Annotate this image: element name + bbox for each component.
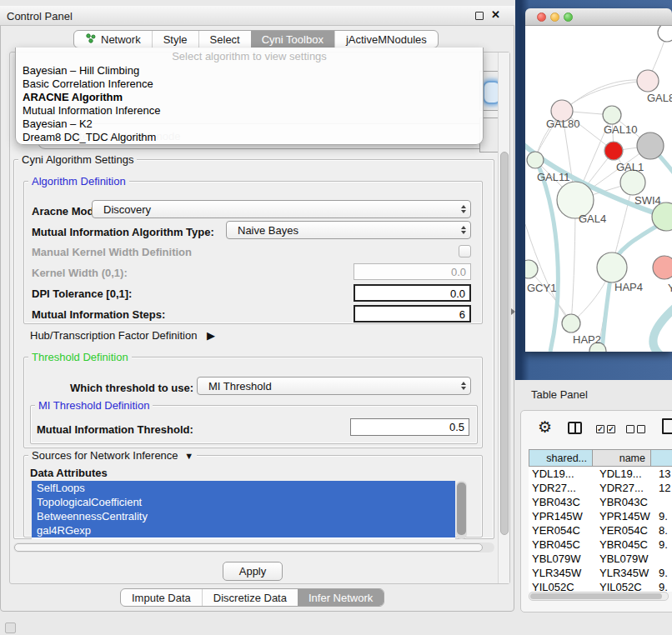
network-canvas[interactable]: GAL8 GAL80 GAL10 GAL1 GAL11 SWI4 GAL4 GC…	[525, 26, 672, 352]
screen: Control Panel ✕ Network Style Select Cyn…	[0, 0, 672, 635]
node-label: GAL4	[579, 212, 606, 225]
node-partial-top[interactable]	[658, 26, 672, 42]
node-gal10[interactable]	[603, 106, 621, 124]
settings-horizontal-scrollbar-thumb[interactable]	[14, 543, 483, 552]
attributes-list-scrollbar-thumb[interactable]	[457, 482, 466, 535]
checked-checkbox-icon[interactable]: ✓	[596, 425, 604, 433]
list-item[interactable]: SelfLoops	[32, 481, 455, 495]
node-hap2[interactable]	[562, 314, 580, 332]
network-window-titlebar[interactable]	[525, 8, 672, 26]
node-label: Y	[668, 282, 672, 294]
columns-icon[interactable]	[568, 422, 582, 434]
table-row[interactable]: YER054C YER054C 8.	[529, 523, 672, 538]
node-gal8[interactable]	[637, 70, 659, 92]
combo-stepper-icon	[457, 382, 470, 390]
table-row[interactable]: YDR27... YDR27... 12	[529, 481, 672, 495]
zoom-window-icon[interactable]	[564, 12, 573, 22]
mi-steps-field[interactable]: 6	[354, 305, 471, 322]
settings-horizontal-scrollbar	[13, 542, 494, 552]
node-label: GAL10	[604, 123, 637, 136]
node-hap4[interactable]	[597, 252, 627, 282]
column-header-partial[interactable]: A	[651, 449, 672, 467]
which-threshold-label: Which threshold to use:	[70, 382, 193, 394]
dropdown-placeholder: Select algorithm to view settings	[16, 48, 483, 64]
dropdown-item[interactable]: Mutual Information Inference	[16, 104, 483, 118]
tab-network-label: Network	[101, 33, 141, 46]
minimize-window-icon[interactable]	[550, 12, 559, 22]
list-item[interactable]: gal4RGexp	[32, 523, 455, 538]
table-row[interactable]: YLR345W YLR345W 9.	[529, 566, 672, 580]
dropdown-item[interactable]: Bayesian – K2	[16, 118, 483, 131]
control-panel-title: Control Panel	[7, 10, 73, 22]
manual-kernel-width-label: Manual Kernel Width Definition	[32, 246, 192, 258]
node-gal11[interactable]	[527, 152, 544, 168]
sources-group-title[interactable]: Sources for Network Inference ▼	[28, 449, 197, 462]
tab-select[interactable]: Select	[198, 31, 251, 48]
dropdown-item-selected[interactable]: ARACNE Algorithm	[16, 91, 483, 104]
tab-jactivemnodules[interactable]: jActiveMNodules	[334, 31, 438, 48]
apply-button[interactable]: Apply	[223, 562, 283, 581]
table-row[interactable]: YIL052C YIL052C 9.	[529, 580, 672, 592]
mi-algorithm-type-combo[interactable]: Naive Bayes	[226, 221, 471, 239]
float-panel-icon[interactable]	[475, 12, 484, 20]
tab-cyni-toolbox[interactable]: Cyni Toolbox	[251, 31, 334, 48]
dropdown-item[interactable]: Dream8 DC_TDC Algorithm	[16, 131, 483, 144]
network-graph	[525, 26, 672, 352]
column-header-shared-name[interactable]: shared...	[529, 449, 593, 467]
collapsed-panel-icon[interactable]	[5, 622, 16, 633]
table-horizontal-scrollbar-thumb[interactable]	[530, 593, 662, 599]
control-panel-header: Control Panel ✕	[0, 6, 514, 26]
gear-icon[interactable]: ⚙	[538, 418, 552, 437]
data-attributes-list: SelfLoops TopologicalCoefficient Between…	[32, 481, 455, 539]
tab-impute-data[interactable]: Impute Data	[121, 589, 202, 606]
unchecked-checkbox-icon[interactable]	[626, 425, 634, 433]
page-icon[interactable]	[662, 418, 672, 434]
aracne-mode-combo[interactable]: Discovery	[92, 200, 471, 218]
unchecked-checkbox-icon[interactable]	[637, 425, 645, 433]
tab-infer-network[interactable]: Infer Network	[298, 589, 384, 606]
node-gray[interactable]	[637, 132, 664, 159]
manual-kernel-width-checkbox[interactable]	[459, 245, 471, 258]
table-row[interactable]: YBR045C YBR045C 9.	[529, 538, 672, 552]
table-row[interactable]: YBR043C YBR043C	[529, 495, 672, 509]
node-gal1-selected[interactable]	[604, 142, 623, 160]
algorithm-definition-title: Algorithm Definition	[28, 175, 129, 188]
node-label: SWI4	[634, 194, 661, 207]
settings-vertical-scrollbar-thumb[interactable]	[500, 152, 509, 535]
mi-threshold-label: Mutual Information Threshold:	[37, 423, 193, 436]
settings-vertical-scrollbar	[498, 52, 509, 583]
node-label: GAL1	[616, 161, 644, 173]
close-icon[interactable]: ✕	[491, 8, 500, 21]
dropdown-item[interactable]: Basic Correlation Inference	[16, 78, 483, 91]
algorithm-dropdown-popup: Select algorithm to view settings Bayesi…	[15, 48, 484, 145]
table-row[interactable]: YBL079W YBL079W	[529, 552, 672, 566]
list-item[interactable]: BetweennessCentrality	[32, 509, 455, 523]
expander-down-arrow-icon: ▼	[184, 451, 193, 461]
which-threshold-combo[interactable]: MI Threshold	[197, 377, 471, 395]
node-gcy1[interactable]	[525, 260, 538, 278]
close-window-icon[interactable]	[537, 12, 546, 22]
node-label: GCY1	[527, 282, 556, 294]
column-header-name[interactable]: name	[593, 449, 651, 467]
list-item[interactable]: TopologicalCoefficient	[32, 495, 455, 509]
tab-discretize-data[interactable]: Discretize Data	[202, 589, 298, 606]
table-row[interactable]: YDL19... YDL19... 13	[529, 467, 672, 481]
bottom-tabbar: Impute Data Discretize Data Infer Networ…	[120, 588, 384, 607]
table-panel-title: Table Panel	[531, 388, 588, 401]
kernel-width-label: Kernel Width (0,1):	[32, 267, 128, 279]
mi-threshold-field[interactable]: 0.5	[350, 418, 469, 436]
hub-definition-expander[interactable]: Hub/Transcription Factor Definition ▶	[30, 329, 215, 342]
dpi-tolerance-field[interactable]: 0.0	[354, 284, 471, 302]
table-row[interactable]: YPR145W YPR145W 9.	[529, 509, 672, 523]
expander-right-arrow-icon: ▶	[207, 329, 215, 342]
dpi-tolerance-label: DPI Tolerance [0,1]:	[32, 288, 132, 300]
node-label: GAL8	[647, 92, 672, 104]
checked-checkbox-icon[interactable]: ✓	[607, 425, 615, 433]
mi-algorithm-type-label: Mutual Information Algorithm Type:	[32, 226, 214, 238]
node-swi4-neighbor[interactable]	[620, 170, 645, 195]
node-y[interactable]	[653, 256, 672, 279]
tab-network[interactable]: Network	[74, 31, 152, 48]
dropdown-item[interactable]: Bayesian – Hill Climbing	[16, 64, 483, 78]
tab-style[interactable]: Style	[152, 31, 198, 48]
kernel-width-field[interactable]: 0.0	[354, 263, 471, 280]
